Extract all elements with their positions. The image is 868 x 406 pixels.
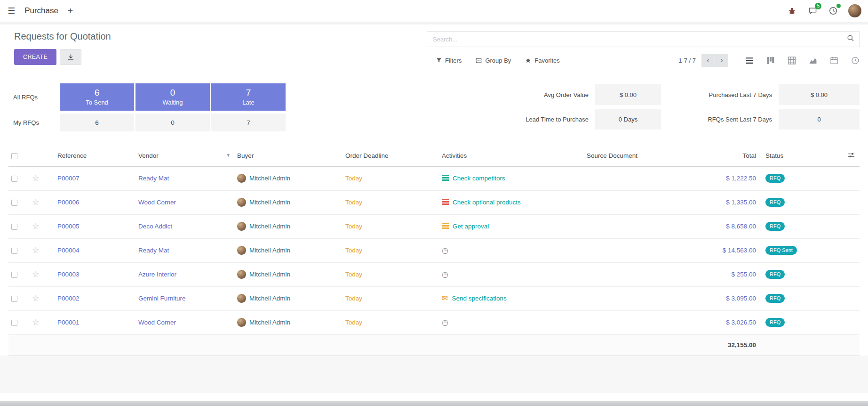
activity-list-icon[interactable] — [442, 199, 449, 205]
filters-button[interactable]: Filters — [436, 57, 462, 64]
activity-label[interactable]: Get approval — [453, 223, 489, 230]
group-by-button[interactable]: Group By — [476, 57, 511, 64]
new-tab-plus-icon[interactable]: + — [68, 6, 73, 16]
row-checkbox[interactable] — [11, 200, 17, 206]
reference-link[interactable]: P00006 — [57, 199, 80, 206]
activity-list-icon[interactable] — [442, 175, 449, 181]
reference-link[interactable]: P00002 — [57, 295, 80, 302]
apps-menu-icon[interactable]: ☰ — [8, 6, 15, 16]
row-checkbox[interactable] — [11, 320, 17, 326]
vendor-link[interactable]: Wood Corner — [138, 199, 176, 206]
reference-link[interactable]: P00005 — [57, 223, 80, 230]
buyer-link[interactable]: Mitchell Admin — [249, 223, 290, 230]
row-checkbox[interactable] — [11, 248, 17, 254]
activity-label[interactable]: Check competitors — [453, 175, 505, 182]
search-icon[interactable] — [847, 34, 854, 44]
table-row[interactable]: ☆ P00003 Azure Interior Mitchell Admin T… — [8, 262, 860, 286]
buyer-link[interactable]: Mitchell Admin — [249, 247, 290, 254]
reference-link[interactable]: P00007 — [57, 175, 80, 182]
activity-view-button[interactable] — [851, 57, 860, 65]
search-input[interactable] — [433, 36, 847, 43]
filters-label: Filters — [445, 57, 462, 64]
pager-next-button[interactable]: › — [715, 54, 728, 67]
app-name[interactable]: Purchase — [24, 6, 58, 16]
reference-link[interactable]: P00001 — [57, 319, 80, 326]
tile-late[interactable]: 7 Late — [211, 83, 286, 111]
table-row[interactable]: ☆ P00005 Deco Addict Mitchell Admin Toda… — [8, 214, 860, 238]
select-all-checkbox[interactable] — [11, 153, 17, 159]
activity-label[interactable]: Send specifications — [452, 295, 506, 302]
buyer-link[interactable]: Mitchell Admin — [249, 175, 290, 182]
optional-columns-icon[interactable] — [848, 153, 855, 160]
activity-list-icon[interactable] — [442, 223, 449, 229]
horizontal-scrollbar[interactable] — [0, 401, 868, 406]
column-header-reference[interactable]: Reference — [51, 146, 135, 166]
user-avatar[interactable] — [848, 4, 861, 17]
favorite-star-icon[interactable]: ☆ — [32, 198, 39, 207]
activity-clock-icon[interactable] — [442, 270, 448, 279]
tile-to-send[interactable]: 6 To Send — [60, 83, 134, 111]
my-to-send-box[interactable]: 6 — [60, 114, 134, 131]
table-row[interactable]: ☆ P00006 Wood Corner Mitchell Admin Toda… — [8, 190, 860, 214]
favorite-star-icon[interactable]: ☆ — [32, 270, 39, 279]
purchased-last-7-days: $ 0.00 — [779, 84, 860, 105]
order-deadline-value: Today — [345, 295, 362, 302]
pager-previous-button[interactable]: ‹ — [701, 54, 715, 67]
my-late-box[interactable]: 7 — [211, 114, 286, 131]
calendar-view-button[interactable] — [830, 57, 838, 65]
table-row[interactable]: ☆ P00002 Gemini Furniture Mitchell Admin… — [8, 286, 860, 310]
buyer-link[interactable]: Mitchell Admin — [249, 199, 290, 206]
debug-bug-icon[interactable] — [786, 5, 797, 16]
column-header-total[interactable]: Total — [673, 146, 763, 166]
favorite-star-icon[interactable]: ☆ — [32, 174, 39, 183]
buyer-link[interactable]: Mitchell Admin — [249, 319, 290, 326]
column-header-source-document[interactable]: Source Document — [584, 146, 673, 166]
buyer-link[interactable]: Mitchell Admin — [249, 295, 290, 302]
buyer-avatar — [237, 270, 246, 279]
column-header-buyer[interactable]: Buyer — [234, 146, 342, 166]
messages-icon[interactable]: 5 — [807, 5, 818, 16]
row-checkbox[interactable] — [11, 272, 17, 278]
column-header-order-deadline[interactable]: Order Deadline — [342, 146, 439, 166]
kanban-view-button[interactable] — [766, 57, 775, 65]
table-row[interactable]: ☆ P00004 Ready Mat Mitchell Admin Today … — [8, 238, 860, 262]
export-download-button[interactable] — [60, 49, 81, 65]
list-view-button[interactable] — [745, 57, 754, 65]
vendor-link[interactable]: Azure Interior — [138, 271, 176, 278]
my-waiting-box[interactable]: 0 — [135, 114, 210, 131]
search-bar[interactable] — [427, 31, 860, 47]
favorites-button[interactable]: Favorites — [525, 57, 559, 64]
filter-funnel-icon — [436, 57, 442, 63]
create-button[interactable]: CREATE — [14, 49, 56, 65]
favorite-star-icon[interactable]: ☆ — [32, 318, 39, 327]
reference-link[interactable]: P00003 — [57, 271, 80, 278]
activity-mail-icon[interactable] — [442, 294, 448, 303]
favorite-star-icon[interactable]: ☆ — [32, 222, 39, 231]
row-checkbox[interactable] — [11, 296, 17, 302]
activity-label[interactable]: Check optional products — [453, 199, 521, 206]
vendor-link[interactable]: Ready Mat — [138, 175, 169, 182]
activity-clock-icon[interactable] — [442, 246, 448, 255]
row-checkbox[interactable] — [11, 224, 17, 230]
favorite-star-icon[interactable]: ☆ — [32, 294, 39, 303]
vendor-link[interactable]: Gemini Furniture — [138, 295, 186, 302]
activity-clock-icon[interactable] — [442, 318, 448, 327]
vendor-link[interactable]: Deco Addict — [138, 223, 172, 230]
row-checkbox[interactable] — [11, 176, 17, 182]
buyer-link[interactable]: Mitchell Admin — [249, 271, 290, 278]
table-row[interactable]: ☆ P00007 Ready Mat Mitchell Admin Today … — [8, 166, 860, 190]
activities-clock-icon[interactable] — [828, 5, 839, 16]
vendor-link[interactable]: Ready Mat — [138, 247, 169, 254]
column-header-vendor[interactable]: Vendor▾ — [135, 146, 234, 166]
vendor-link[interactable]: Wood Corner — [138, 319, 176, 326]
column-header-activities[interactable]: Activities — [439, 146, 584, 166]
column-header-status[interactable]: Status — [763, 146, 833, 166]
tile-waiting[interactable]: 0 Waiting — [135, 83, 210, 111]
sort-caret-icon[interactable]: ▾ — [227, 152, 230, 158]
pivot-view-button[interactable] — [788, 57, 796, 65]
graph-view-button[interactable] — [809, 57, 817, 65]
table-row[interactable]: ☆ P00001 Wood Corner Mitchell Admin Toda… — [8, 310, 860, 334]
total-amount: $ 3,095.00 — [726, 295, 756, 302]
favorite-star-icon[interactable]: ☆ — [32, 246, 39, 255]
reference-link[interactable]: P00004 — [57, 247, 80, 254]
